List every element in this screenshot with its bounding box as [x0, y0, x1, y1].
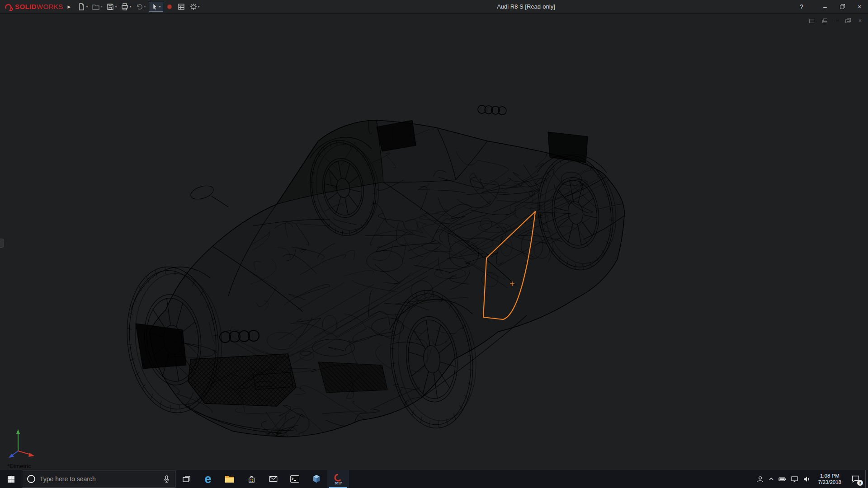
- 3d-cube-icon: [311, 474, 321, 484]
- clock-time: 1:08 PM: [820, 473, 840, 479]
- clock-date: 7/23/2018: [818, 479, 841, 485]
- task-view-button[interactable]: [175, 470, 197, 488]
- document-window-controls: – ×: [809, 17, 862, 24]
- doc-minimize-button[interactable]: –: [835, 17, 838, 24]
- 3ds-logo-mark: [4, 3, 14, 11]
- edge-browser-button[interactable]: e: [197, 470, 219, 488]
- file-explorer-icon: [225, 474, 235, 483]
- view-orientation-label: *Dimetric: [7, 463, 31, 469]
- edrawings-button[interactable]: [306, 470, 327, 488]
- options-button[interactable]: ▾: [188, 2, 201, 12]
- doc-restore-icon: [845, 18, 851, 23]
- doc-cascade-button[interactable]: [822, 18, 828, 23]
- edge-icon: e: [204, 473, 211, 485]
- open-folder-icon: [92, 3, 100, 11]
- mail-icon: [269, 474, 278, 483]
- graphics-viewport[interactable]: – × *Dimetric: [0, 14, 868, 470]
- record-button[interactable]: [165, 2, 175, 11]
- select-tool-button[interactable]: ▾: [149, 2, 163, 12]
- feature-manager-flyout-tab[interactable]: [0, 239, 4, 248]
- system-tray: [753, 470, 814, 488]
- settings-gear-icon: [189, 3, 198, 11]
- save-button[interactable]: ▾: [105, 2, 118, 12]
- command-prompt-icon: [290, 474, 300, 483]
- property-sheet-icon: [177, 3, 185, 11]
- new-document-icon: [77, 3, 85, 11]
- minimize-button[interactable]: –: [816, 0, 834, 13]
- taskbar-clock[interactable]: 1:08 PM 7/23/2018: [814, 470, 845, 488]
- battery-icon: [778, 475, 787, 483]
- close-button[interactable]: ×: [851, 0, 868, 13]
- solidworks-logo: SOLIDWORKS: [4, 3, 63, 11]
- taskbar: e 2017: [0, 470, 868, 488]
- notification-badge: 3: [857, 480, 863, 486]
- microphone-icon[interactable]: [163, 475, 170, 483]
- action-center-button[interactable]: 3: [845, 470, 865, 488]
- windows-logo-icon: [7, 475, 15, 483]
- chevron-up-icon: [768, 476, 774, 482]
- record-orb-icon: [166, 3, 173, 10]
- undo-icon: [136, 3, 144, 11]
- doc-new-window-button[interactable]: [809, 18, 815, 23]
- store-button[interactable]: [241, 470, 262, 488]
- logo-text-works: WORKS: [37, 3, 63, 10]
- solidworks-taskbar-button[interactable]: 2017: [327, 470, 349, 488]
- quick-access-toolbar: ▾ ▾ ▾ ▾ ▾ ▾: [76, 2, 201, 12]
- hidden-icons-button[interactable]: [768, 476, 774, 482]
- solidworks-icon: 2017: [332, 473, 344, 485]
- undo-button[interactable]: ▾: [134, 2, 147, 12]
- wireframe-car-model: [0, 14, 868, 470]
- dropdown-caret-icon[interactable]: ▾: [129, 5, 131, 9]
- save-icon: [106, 3, 114, 11]
- search-input[interactable]: [40, 475, 159, 483]
- start-button[interactable]: [0, 470, 22, 488]
- network-button[interactable]: [791, 475, 799, 483]
- dropdown-caret-icon[interactable]: ▾: [198, 5, 200, 9]
- people-icon: [756, 475, 764, 483]
- volume-icon: [803, 475, 811, 483]
- people-button[interactable]: [756, 475, 764, 483]
- dropdown-caret-icon[interactable]: ▾: [144, 5, 146, 9]
- print-button[interactable]: ▾: [119, 2, 132, 12]
- microsoft-store-icon: [247, 474, 256, 484]
- property-manager-button[interactable]: [176, 2, 187, 12]
- new-document-button[interactable]: ▾: [76, 2, 89, 12]
- restore-button[interactable]: [834, 0, 851, 13]
- dropdown-caret-icon[interactable]: ▾: [86, 5, 88, 9]
- cortana-icon: [27, 474, 36, 483]
- doc-close-button[interactable]: ×: [858, 17, 862, 24]
- volume-button[interactable]: [803, 475, 811, 483]
- solidworks-window: SOLIDWORKS ▶ ▾ ▾ ▾ ▾ ▾: [0, 0, 868, 488]
- orientation-triad: [3, 425, 39, 463]
- taskbar-spacer: [349, 470, 753, 488]
- new-window-icon: [809, 18, 815, 23]
- select-cursor-icon: [151, 3, 158, 10]
- dropdown-caret-icon[interactable]: ▾: [159, 5, 161, 9]
- triad-x-axis: [18, 451, 31, 455]
- restore-icon: [840, 4, 845, 9]
- solidworks-year-label: 2017: [335, 482, 342, 485]
- task-view-icon: [182, 475, 191, 483]
- dropdown-caret-icon[interactable]: ▾: [100, 5, 102, 9]
- network-display-icon: [791, 475, 799, 483]
- titlebar-window-controls: ? – ×: [793, 0, 868, 13]
- help-button[interactable]: ?: [793, 0, 810, 13]
- print-icon: [121, 3, 129, 11]
- taskbar-search[interactable]: [22, 470, 175, 488]
- open-button[interactable]: ▾: [90, 2, 104, 12]
- mail-button[interactable]: [262, 470, 284, 488]
- command-prompt-button[interactable]: [284, 470, 306, 488]
- logo-text-solid: SOLID: [15, 3, 37, 10]
- dropdown-caret-icon[interactable]: ▾: [115, 5, 117, 9]
- titlebar: SOLIDWORKS ▶ ▾ ▾ ▾ ▾ ▾: [0, 0, 868, 14]
- doc-restore-button[interactable]: [845, 18, 851, 23]
- file-explorer-button[interactable]: [219, 470, 241, 488]
- audi-rings-rear: [478, 105, 506, 115]
- battery-button[interactable]: [778, 475, 787, 483]
- show-desktop-button[interactable]: [865, 470, 868, 488]
- menu-expand-arrow-icon[interactable]: ▶: [68, 5, 71, 9]
- document-title: Audi R8 S [Read-only]: [497, 3, 555, 10]
- cascade-icon: [822, 18, 828, 23]
